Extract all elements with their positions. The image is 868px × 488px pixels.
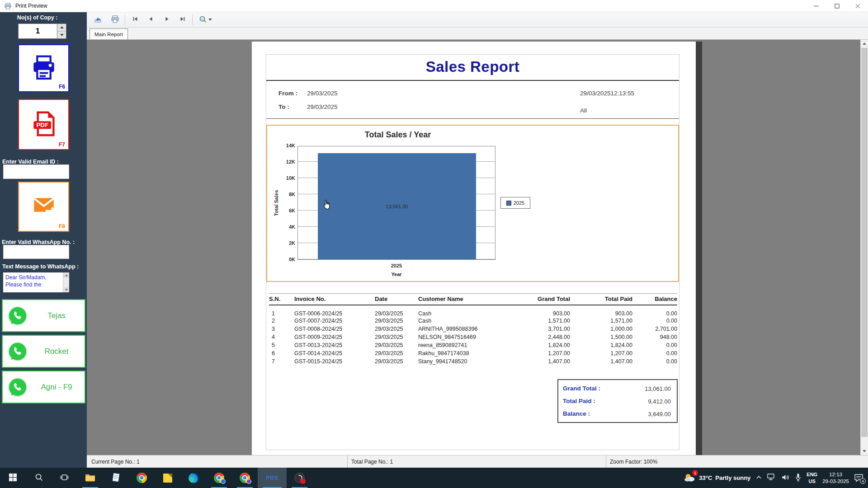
sales-chart: Total Sales / Year Total Sales 14K 12K 1… [266, 125, 679, 282]
taskbar-search-button[interactable] [26, 468, 52, 488]
email-label: Enter Valid Email ID : [2, 159, 59, 165]
scrollbar-thumb[interactable] [861, 48, 868, 437]
start-button[interactable] [0, 468, 26, 488]
table-header-row: S.N. Invoice No. Date Customer Name Gran… [269, 294, 677, 305]
table-cell: 6 [269, 349, 294, 357]
print-button[interactable]: F6 [18, 44, 69, 92]
notification-center-button[interactable]: 4 [854, 474, 863, 482]
report-page: Sales Report From : 29/03/2025 To : 29/0… [252, 42, 696, 455]
summary-row: Balance : 3,649.00 [558, 408, 677, 421]
table-row: 1GST-0006-2024/2529/03/2025Cash903.00903… [269, 305, 677, 317]
table-row: 3GST-0008-2024/2529/03/2025ARNITHA_99950… [269, 325, 677, 333]
y-tick: 0K [278, 257, 295, 262]
sticky-notes-icon [163, 474, 172, 483]
sidebar: No(s) of Copy : F6 PDF F7 Enter Valid Em… [0, 12, 87, 468]
summary-value: 9,412.00 [648, 398, 671, 405]
printer-icon [111, 15, 119, 24]
previous-page-icon [148, 16, 154, 23]
last-page-button[interactable] [176, 14, 189, 26]
taskbar-chrome-profile-2[interactable] [232, 468, 258, 488]
first-page-icon [132, 16, 138, 23]
table-row: 7GST-0015-2024/2529/03/2025Stany_9941748… [269, 357, 677, 366]
taskbar-chrome-profile-1[interactable] [206, 468, 232, 488]
taskbar-edge[interactable] [180, 468, 206, 488]
table-cell: 1,824.00 [527, 341, 570, 349]
scroll-down-button[interactable] [861, 447, 868, 455]
close-button[interactable] [847, 0, 868, 12]
taskbar-recorder-app[interactable] [287, 468, 312, 488]
search-icon [34, 473, 43, 483]
table-cell: 0.00 [632, 357, 677, 366]
language-indicator[interactable]: ENG US [807, 471, 817, 484]
profile-badge [221, 479, 226, 484]
taskbar-pos-app-active[interactable]: POS [258, 468, 287, 488]
table-cell: reena_8590892741 [418, 341, 527, 349]
vertical-scrollbar[interactable] [860, 40, 868, 455]
previous-page-button[interactable] [145, 14, 157, 26]
table-cell: 1,500.00 [570, 333, 632, 341]
column-header: Total Paid [570, 294, 632, 305]
task-view-button[interactable] [52, 468, 77, 488]
zoom-button[interactable] [196, 14, 214, 26]
email-input[interactable] [3, 164, 69, 179]
copies-up-button[interactable] [57, 24, 66, 32]
from-value: 29/03/2025 [307, 90, 338, 97]
maximize-button[interactable] [826, 0, 847, 12]
preview-area: Sales Report From : 29/03/2025 To : 29/0… [87, 40, 868, 455]
scroll-up-button[interactable] [861, 40, 868, 47]
table-cell: 1,407.00 [527, 357, 570, 366]
sales-bar-2025: 13,061.00 [318, 153, 476, 259]
table-cell: 2 [269, 317, 294, 325]
report-meta-section: From : 29/03/2025 To : 29/03/2025 29/03/… [266, 81, 679, 119]
invoice-table: S.N. Invoice No. Date Customer Name Gran… [269, 293, 677, 366]
table-cell: 0.00 [632, 317, 677, 325]
clock-time: 12:13 [822, 471, 849, 478]
clock-date: 29-03-2025 [822, 478, 849, 485]
copies-input[interactable] [18, 23, 57, 39]
scroll-down-button[interactable] [63, 287, 69, 292]
whatsapp-icon [7, 341, 28, 362]
taskbar-chrome[interactable] [129, 468, 155, 488]
network-icon[interactable] [767, 474, 776, 482]
taskbar-file-explorer[interactable] [77, 468, 103, 488]
scroll-up-button[interactable] [63, 272, 69, 278]
taskbar-sticky-notes[interactable] [155, 468, 180, 488]
print-report-button[interactable] [109, 14, 121, 26]
table-row: 5GST-0013-2024/2529/03/2025reena_8590892… [269, 341, 677, 349]
tab-main-report[interactable]: Main Report [90, 28, 128, 39]
preview-toolbar [87, 12, 868, 28]
report-title-section: Sales Report [266, 55, 679, 81]
total-page-status: Total Page No.: 1 [347, 455, 606, 468]
microphone-icon[interactable] [795, 473, 802, 483]
export-pdf-button[interactable]: PDF F7 [18, 99, 69, 150]
whatsapp-send-tejas-button[interactable]: Tejas [2, 299, 85, 332]
taskbar-weather-widget[interactable]: 1 33°C Partly sunny [684, 472, 750, 484]
volume-icon[interactable] [781, 474, 790, 483]
table-cell: Cash [418, 305, 527, 317]
table-cell: GST-0006-2024/25 [294, 305, 375, 317]
to-label: To : [278, 103, 289, 110]
table-cell: 4 [269, 333, 294, 341]
weather-badge: 1 [692, 470, 698, 476]
copies-down-button[interactable] [57, 32, 66, 39]
next-page-button[interactable] [160, 14, 173, 26]
task-view-icon [60, 473, 69, 483]
tray-expand-chevron[interactable] [755, 474, 762, 482]
taskbar-clock[interactable]: 12:13 29-03-2025 [822, 471, 849, 485]
send-email-button[interactable]: F8 [18, 182, 69, 232]
bar-value-label: 13,061.00 [318, 204, 476, 209]
whatsapp-send-rocket-button[interactable]: Rocket [2, 335, 85, 368]
whatsapp-message-input[interactable]: Dear Sir/Madam, Please find the [3, 272, 69, 292]
whatsapp-send-agni-button[interactable]: Agni - F9 [2, 371, 85, 404]
table-cell: GST-0013-2024/25 [294, 341, 375, 349]
chrome-icon [137, 473, 147, 483]
table-cell: NELSON_9847516469 [418, 333, 527, 341]
chrome-profile-icon [214, 473, 224, 483]
export-report-button[interactable] [92, 14, 104, 26]
taskbar-notepad[interactable] [103, 468, 129, 488]
minimize-button[interactable] [806, 0, 826, 12]
whatsapp-number-label: Enter Valid WhatsApp No. : [2, 239, 75, 245]
first-page-button[interactable] [129, 14, 141, 26]
message-scrollbar[interactable] [63, 272, 69, 292]
whatsapp-number-input[interactable] [3, 245, 69, 259]
